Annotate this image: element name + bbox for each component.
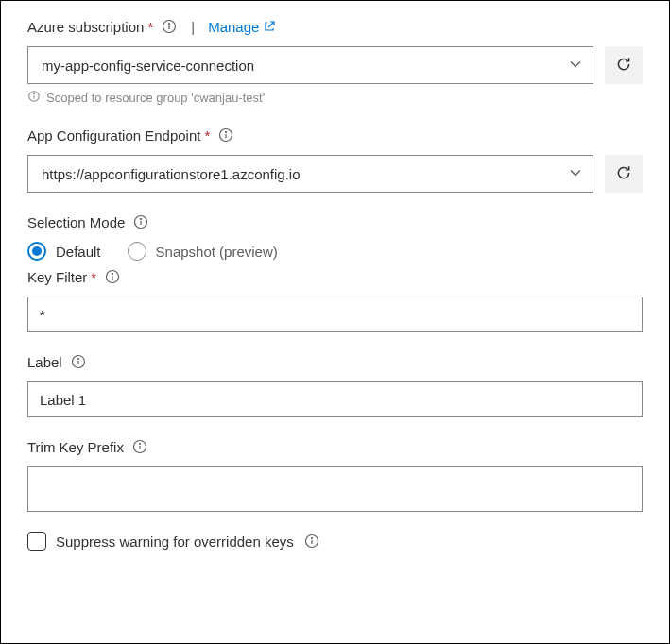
info-icon[interactable] [303, 533, 320, 550]
radio-default-label: Default [56, 244, 101, 260]
external-link-icon [264, 19, 275, 35]
endpoint-value: https://appconfigurationstore1.azconfig.… [42, 166, 301, 182]
refresh-icon [615, 56, 632, 76]
endpoint-select-wrapper: https://appconfigurationstore1.azconfig.… [27, 155, 593, 193]
subscription-select[interactable]: my-app-config-service-connection [27, 46, 593, 84]
subscription-select-wrapper: my-app-config-service-connection [27, 46, 593, 84]
trim-prefix-label-row: Trim Key Prefix [27, 438, 643, 455]
svg-point-22 [311, 538, 312, 539]
svg-point-13 [112, 274, 113, 275]
radio-snapshot[interactable]: Snapshot (preview) [128, 242, 278, 261]
suppress-warning-label: Suppress warning for overridden keys [56, 534, 294, 550]
trim-prefix-label: Trim Key Prefix [27, 439, 124, 455]
radio-circle [128, 242, 146, 261]
label-field-label-row: Label [27, 353, 643, 370]
svg-point-10 [141, 219, 142, 220]
radio-circle-checked [27, 242, 46, 261]
required-indicator: * [147, 19, 153, 35]
divider: | [191, 19, 195, 35]
subscription-label-row: Azure subscription * | Manage [27, 18, 643, 35]
suppress-warning-checkbox[interactable] [27, 532, 46, 551]
radio-dot [32, 246, 42, 256]
key-filter-label: Key Filter [27, 269, 87, 285]
selection-mode-label-row: Selection Mode [27, 213, 643, 230]
info-icon[interactable] [104, 268, 121, 285]
trim-prefix-input[interactable] [27, 466, 643, 512]
key-filter-input[interactable] [27, 297, 643, 332]
label-field-input[interactable] [27, 381, 643, 417]
svg-point-7 [226, 132, 227, 133]
subscription-hint-text: Scoped to resource group 'cwanjau-test' [46, 91, 265, 105]
subscription-hint-row: Scoped to resource group 'cwanjau-test' [27, 90, 643, 106]
endpoint-label-row: App Configuration Endpoint * [27, 127, 643, 144]
info-icon[interactable] [161, 18, 178, 35]
suppress-warning-row[interactable]: Suppress warning for overridden keys [27, 532, 643, 551]
radio-default[interactable]: Default [27, 242, 101, 261]
info-icon[interactable] [132, 213, 149, 230]
svg-point-1 [169, 24, 170, 25]
form-panel: Azure subscription * | Manage my-app-con… [0, 0, 670, 644]
subscription-value: my-app-config-service-connection [42, 58, 254, 74]
key-filter-input-wrapper [27, 297, 643, 332]
info-icon[interactable] [131, 438, 148, 455]
subscription-refresh-button[interactable] [605, 46, 643, 84]
svg-point-19 [139, 444, 140, 445]
label-field-label: Label [27, 354, 62, 370]
manage-link-text: Manage [208, 19, 259, 35]
svg-point-4 [34, 93, 35, 94]
subscription-label: Azure subscription [27, 19, 144, 35]
selection-mode-radio-row: Default Snapshot (preview) [27, 242, 643, 261]
refresh-icon [615, 164, 632, 184]
label-field-input-wrapper [27, 381, 643, 417]
info-icon[interactable] [70, 353, 87, 370]
selection-mode-label: Selection Mode [27, 214, 125, 230]
required-indicator: * [204, 127, 210, 144]
required-indicator: * [91, 269, 96, 285]
radio-snapshot-label: Snapshot (preview) [156, 244, 278, 260]
info-icon[interactable] [217, 127, 234, 144]
endpoint-input-row: https://appconfigurationstore1.azconfig.… [27, 155, 643, 193]
manage-link[interactable]: Manage [208, 19, 275, 35]
key-filter-label-row: Key Filter * [27, 268, 643, 285]
endpoint-label: App Configuration Endpoint [27, 127, 200, 144]
subscription-input-row: my-app-config-service-connection [27, 46, 643, 84]
endpoint-select[interactable]: https://appconfigurationstore1.azconfig.… [27, 155, 593, 193]
endpoint-refresh-button[interactable] [605, 155, 643, 193]
info-icon [27, 90, 41, 106]
svg-point-16 [77, 359, 78, 360]
suppress-warning-label-wrapper: Suppress warning for overridden keys [56, 533, 320, 550]
